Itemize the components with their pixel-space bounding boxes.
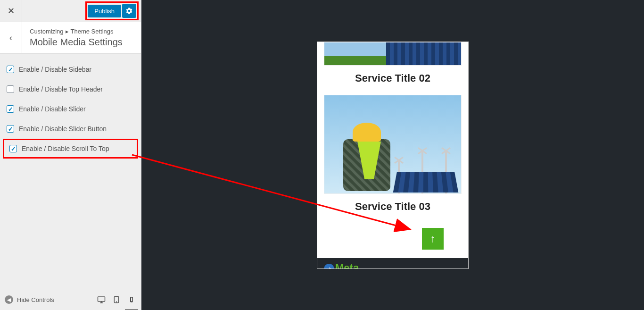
arrow-up-icon: ↑ xyxy=(430,233,436,245)
sidebar-footer: ◀ Hide Controls xyxy=(0,289,141,310)
option-label: Enable / Disable Top Header xyxy=(19,85,103,93)
checkbox[interactable] xyxy=(9,145,17,152)
mobile-preview: Service Title 02 Service Title 03 ↑ ➔Met… xyxy=(317,42,468,268)
desktop-icon[interactable] xyxy=(97,295,106,304)
chevron-left-icon: ◀ xyxy=(5,295,13,304)
option-label: Enable / Disable Slider Button xyxy=(19,125,107,133)
sidebar-header: ✕ Publish xyxy=(0,0,141,22)
breadcrumb: ‹ Customizing▸Theme Settings Mobile Medi… xyxy=(0,22,141,54)
preview-scroll[interactable]: Service Title 02 Service Title 03 ↑ ➔Met… xyxy=(317,42,468,268)
svg-point-4 xyxy=(132,301,132,302)
hide-controls-button[interactable]: ◀ Hide Controls xyxy=(5,295,54,304)
svg-rect-0 xyxy=(98,297,105,302)
device-switcher xyxy=(97,295,136,304)
option-label: Enable / Disable Sidebar xyxy=(19,66,91,73)
option-row: Enable / Disable Sidebar xyxy=(0,59,141,79)
customizer-sidebar: ✕ Publish ‹ Customizing▸Theme Settings M… xyxy=(0,0,141,310)
meta-section: ➔Meta xyxy=(317,258,468,268)
checkbox[interactable] xyxy=(7,85,14,93)
meta-icon: ➔ xyxy=(324,264,334,268)
option-label: Enable / Disable Slider xyxy=(19,105,86,113)
svg-point-2 xyxy=(116,302,117,302)
scroll-to-top-button[interactable]: ↑ xyxy=(422,228,444,250)
service-title-2: Service Title 02 xyxy=(324,72,462,84)
preview-area: Service Title 02 Service Title 03 ↑ ➔Met… xyxy=(141,0,644,310)
tablet-icon[interactable] xyxy=(112,295,121,304)
checkbox[interactable] xyxy=(7,66,14,73)
service-title-3: Service Title 03 xyxy=(324,201,462,213)
option-row: Enable / Disable Slider Button xyxy=(0,119,141,139)
option-row: Enable / Disable Top Header xyxy=(0,79,141,99)
close-icon[interactable]: ✕ xyxy=(0,0,22,22)
service-image-3 xyxy=(324,95,462,194)
back-icon[interactable]: ‹ xyxy=(0,22,22,53)
gear-icon[interactable] xyxy=(122,4,136,18)
page-title: Mobile Media Settings xyxy=(30,37,133,48)
service-image-2 xyxy=(324,42,462,66)
option-row: Enable / Disable Slider xyxy=(0,99,141,119)
options-list: Enable / Disable SidebarEnable / Disable… xyxy=(0,54,141,289)
checkbox[interactable] xyxy=(7,105,14,113)
option-label: Enable / Disable Scroll To Top xyxy=(22,145,109,152)
publish-group: Publish xyxy=(88,4,136,18)
breadcrumb-path: Customizing▸Theme Settings xyxy=(30,28,133,35)
checkbox[interactable] xyxy=(7,125,14,133)
option-row: Enable / Disable Scroll To Top xyxy=(3,139,138,159)
publish-button[interactable]: Publish xyxy=(88,5,121,17)
mobile-icon[interactable] xyxy=(127,295,136,304)
